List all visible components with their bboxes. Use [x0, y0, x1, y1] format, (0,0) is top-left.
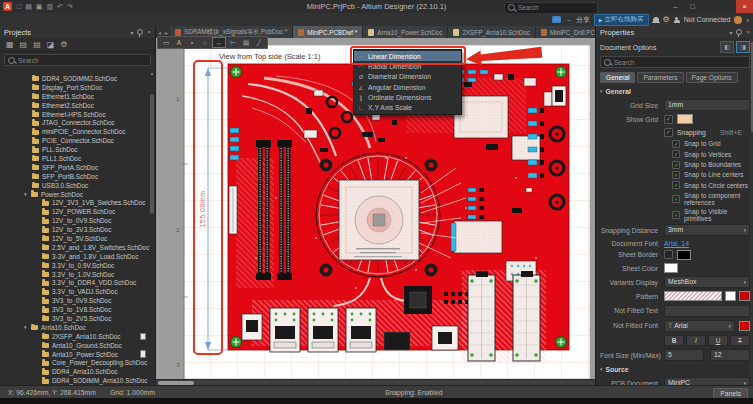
not-fitted-text-input[interactable]	[664, 305, 750, 317]
drawing-tool-icon[interactable]: ▤	[240, 38, 252, 47]
pcb-document-select[interactable]: MiniPC▾	[664, 377, 750, 385]
tree-scrollbar[interactable]: ▴	[149, 68, 155, 385]
document-font-link[interactable]: Arial, 14	[664, 240, 689, 247]
project-tree-item[interactable]: ▾ 3.3V_to_VADJ.SchDoc	[0, 287, 155, 296]
share-button[interactable]: 分享	[576, 15, 590, 25]
project-tree-item[interactable]: ▾ SFP_PortB.SchDoc	[0, 172, 155, 181]
filter-objects-button[interactable]: ◧	[720, 41, 734, 53]
font-size-min-input[interactable]: 5	[664, 349, 704, 361]
project-tree-item[interactable]: ▾ 3-3V_and_1.8V_Load.SchDoc	[0, 252, 155, 261]
project-tree-item[interactable]: ▾ 3.3V_to_DDR4_VDD.SchDoc	[0, 278, 155, 287]
project-tree-item[interactable]: ▾ 12V_to_0V9.SchDoc	[0, 216, 155, 225]
source-section-header[interactable]: ▾ Source	[600, 364, 750, 374]
snap-option-checkbox[interactable]: ✓	[672, 161, 680, 169]
bold-button[interactable]: B	[664, 335, 684, 346]
project-tree-item[interactable]: ▾ 12V_POWER.SchDoc	[0, 207, 155, 216]
drawing-tool-icon[interactable]: ↔	[212, 37, 226, 48]
projects-tool-icon[interactable]: ⚙	[60, 40, 67, 49]
project-tree-item[interactable]: ▾ Arria10.SchDoc	[0, 323, 155, 332]
snap-option-checkbox[interactable]: ✓	[672, 150, 680, 158]
project-tree-item[interactable]: ▾ 3V3_to_0V9.SchDoc	[0, 296, 155, 305]
show-grid-checkbox[interactable]: ✓	[664, 115, 673, 124]
expand-arrow-icon[interactable]: ▾	[24, 324, 31, 330]
project-tree-item[interactable]: ▾ 3V3_to_2V5.SchDoc	[0, 314, 155, 323]
titlebar-tool-icon[interactable]: ↶	[57, 3, 63, 11]
pattern-bg-swatch[interactable]	[725, 291, 736, 301]
underline-button[interactable]: U	[708, 335, 728, 346]
close-icon[interactable]: ×	[746, 29, 750, 35]
snapping-checkbox[interactable]: ✓	[664, 128, 673, 137]
sheet-color-swatch[interactable]	[664, 263, 678, 273]
project-tree-item[interactable]: ▾ DDR4_Arria10.SchDoc	[0, 367, 155, 376]
project-tree-item[interactable]: ▾ 3.3V_to_1.0V.SchDoc	[0, 270, 155, 279]
connection-status[interactable]: Not Connected	[684, 16, 731, 23]
context-menu-item[interactable]: Ø Diametral Dimension	[354, 72, 461, 82]
projects-search-input[interactable]: Search	[4, 54, 151, 66]
document-tab[interactable]: Arria10_Power.SchDoc	[363, 26, 448, 38]
close-icon[interactable]: ×	[147, 29, 151, 35]
pattern-fg-swatch[interactable]	[739, 291, 750, 301]
snap-option-checkbox[interactable]: ✓	[672, 140, 680, 148]
drawing-tool-icon[interactable]: ▭	[160, 38, 172, 47]
sheet-border-color-swatch[interactable]	[677, 250, 691, 260]
settings-gear-icon[interactable]: ⚙	[663, 16, 670, 24]
project-tree-item[interactable]: ▾ 12V_to_3V3.SchDoc	[0, 225, 155, 234]
project-tree-item[interactable]: ▾ PCIE_Connector.SchDoc	[0, 136, 155, 145]
italic-button[interactable]: I	[686, 335, 706, 346]
project-tree-item[interactable]: ▾ Ethernet1.SchDoc	[0, 92, 155, 101]
grid-color-swatch[interactable]	[677, 114, 693, 124]
context-menu-item[interactable]: ↔ Linear Dimension	[354, 51, 461, 61]
project-tree-item[interactable]: ▾ SFP_PortA.SchDoc	[0, 163, 155, 172]
context-menu-item[interactable]: ∟ X,Y Axis Scale	[354, 102, 461, 112]
properties-tab[interactable]: General	[600, 72, 635, 83]
snapping-distance-select[interactable]: 3mm▾	[664, 224, 750, 236]
expand-arrow-icon[interactable]: ▾	[24, 191, 31, 197]
project-tree-item[interactable]: ▾ 12V_to_5V.SchDoc	[0, 234, 155, 243]
project-tree-item[interactable]: ▾ Power.SchDoc	[0, 190, 155, 199]
notifications-bell-icon[interactable]	[653, 17, 659, 22]
not-fitted-font-select[interactable]: TArial▾	[664, 320, 735, 332]
pin-icon[interactable]	[736, 29, 742, 35]
grid-size-input[interactable]: 1mm	[664, 99, 750, 111]
project-tree-item[interactable]: ▾ PLL1.SchDoc	[0, 154, 155, 163]
variants-display-select[interactable]: MeshBox▾	[664, 276, 750, 288]
project-tree-item[interactable]: ▾ Ethernet-HPS.SchDoc	[0, 110, 155, 119]
titlebar-tool-icon[interactable]: ▤	[25, 3, 32, 11]
snap-option-checkbox[interactable]: ✓	[672, 181, 680, 189]
project-tree-item[interactable]: ▾ Core_Power_Decoupling.SchDoc	[0, 359, 155, 368]
properties-tab[interactable]: Parameters	[637, 72, 683, 83]
project-tree-item[interactable]: ▾ 2.5V_and_1.8V_Switches.SchDoc	[0, 243, 155, 252]
project-tree-item[interactable]: ▾ USB3.0.SchDoc	[0, 181, 155, 190]
comment-icon[interactable]: ···	[552, 16, 561, 23]
scroll-up-icon[interactable]: ▴	[149, 70, 155, 76]
project-tree-item[interactable]: ▾ PLL.SchDoc	[0, 145, 155, 154]
titlebar-tool-icon[interactable]: ▣	[36, 3, 43, 11]
panels-button[interactable]: Panels	[713, 388, 748, 399]
project-tree-item[interactable]: ▾ 12V_3V3_1VB_Swiches.SchDoc	[0, 198, 155, 207]
context-menu-item[interactable]: ∠ Angular Dimension	[354, 82, 461, 92]
document-tab[interactable]: 2XSFP_Arria10.SchDoc	[448, 26, 536, 38]
chevron-down-icon[interactable]: ▾	[130, 29, 133, 36]
projects-tool-icon[interactable]: ◪	[47, 40, 55, 49]
general-section-header[interactable]: ▾ General	[600, 86, 750, 96]
drawing-tool-icon[interactable]: ▲	[186, 38, 198, 47]
project-tree-item[interactable]: ▾ 3V3_to_1V8.SchDoc	[0, 305, 155, 314]
project-tree-item[interactable]: ▾ 2XSFP_Arria10.SchDoc	[0, 332, 155, 341]
project-tree-item[interactable]: ▾ DDR4_SODIMM2.SchDoc	[0, 74, 155, 83]
drawing-tool-icon[interactable]: ⊢	[227, 38, 239, 47]
restore-button[interactable]: □	[684, 0, 701, 13]
drawing-tool-icon[interactable]: A	[173, 38, 185, 47]
properties-search-input[interactable]: Search	[600, 56, 750, 68]
projects-tool-icon[interactable]: ▤	[20, 40, 28, 49]
context-menu-item[interactable]: ∥ Ordinate Dimensions	[354, 92, 461, 102]
project-tree-item[interactable]: ▾ Arria10_Power.SchDoc	[0, 350, 155, 359]
snap-option-checkbox[interactable]: ✓	[672, 211, 680, 219]
drawing-tool-icon[interactable]: ╱	[253, 38, 265, 47]
project-tree-item[interactable]: ▾ DDR4_SODIMM_Arria10.SchDoc	[0, 376, 155, 385]
minimize-button[interactable]: –	[667, 0, 684, 13]
context-menu-item[interactable]: ◠ Radial Dimension	[354, 61, 461, 71]
project-tree-item[interactable]: ▾ JTAG_Connector.SchDoc	[0, 118, 155, 127]
titlebar-tool-icon[interactable]: ▥	[46, 3, 53, 11]
tab-scroll-right-icon[interactable]: ▸	[163, 29, 170, 36]
font-size-max-input[interactable]: 12	[710, 349, 750, 361]
